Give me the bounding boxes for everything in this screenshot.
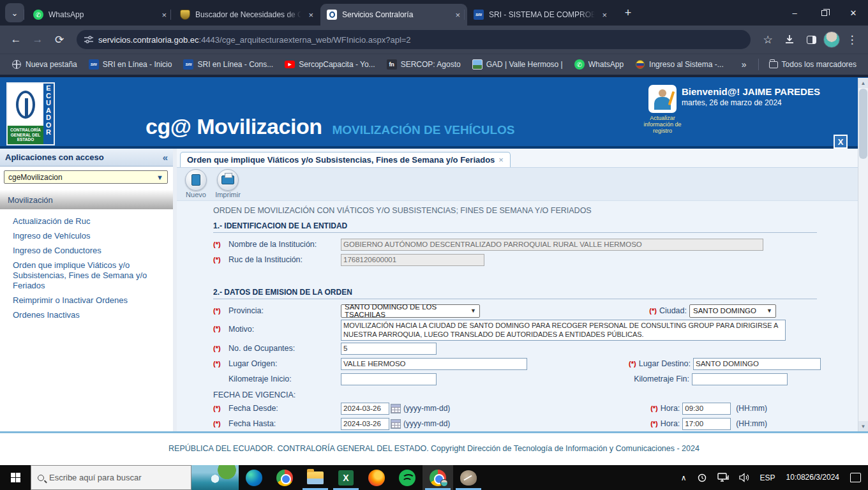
sidebar-group-movilizacion[interactable]: Movilización (0, 190, 173, 209)
tab-close-icon[interactable]: × (600, 10, 609, 20)
tab-whatsapp[interactable]: ✆ WhatsApp × (27, 4, 174, 26)
restore-button[interactable] (809, 0, 839, 26)
browser-menu-button[interactable]: ⋮ (842, 30, 862, 49)
taskbar-spotify[interactable] (392, 465, 423, 490)
file-explorer-icon (307, 471, 324, 484)
bookmark-nueva-pestana[interactable]: Nueva pestaña (6, 57, 82, 72)
page-scrollbar[interactable]: ▲ ▼ (858, 78, 868, 431)
forward-button[interactable]: → (28, 30, 47, 49)
km-fin-input[interactable] (692, 373, 788, 385)
bookmark-whatsapp[interactable]: ✆WhatsApp (569, 57, 629, 72)
hora-desde-input[interactable] (682, 403, 731, 415)
lugar-origen-input[interactable] (341, 358, 527, 370)
taskbar-file-explorer[interactable] (300, 465, 331, 490)
sidebar-item-actualizacion-ruc[interactable]: Actualización de Ruc (13, 214, 167, 229)
scrollbar-thumb[interactable] (859, 89, 867, 159)
edge-icon (246, 470, 262, 486)
document-tab-close-icon[interactable]: × (498, 155, 504, 165)
url-text[interactable]: servicios.contraloria.gob.ec:4443/cge_ar… (98, 35, 411, 45)
bookmark-gad-valle-hermoso[interactable]: GAD | Valle Hermoso | (467, 57, 568, 72)
sidebar-item-ingreso-conductores[interactable]: Ingreso de Conductores (13, 244, 167, 258)
app-close-button[interactable]: X (834, 135, 848, 149)
lugar-destino-input[interactable] (693, 358, 821, 370)
bookmark-sri-consultas[interactable]: SRISRI en Línea - Cons... (178, 57, 278, 72)
nuevo-button[interactable]: Nuevo (182, 169, 210, 198)
bookmark-ingreso-sistema[interactable]: Ingreso al Sistema -... (630, 57, 729, 72)
scroll-up-arrow[interactable]: ▲ (858, 78, 868, 88)
profile-avatar[interactable] (823, 31, 840, 48)
taskbar-gimp[interactable] (453, 465, 484, 490)
sidebar-item-ingreso-vehiculos[interactable]: Ingreso de Vehículos (13, 229, 167, 244)
hora-format-hint: (HH:mm) (736, 419, 767, 428)
tray-expand-button[interactable]: ∧ (678, 465, 690, 490)
calendar-icon[interactable] (391, 419, 401, 429)
fecha-hasta-input[interactable] (341, 418, 389, 430)
tray-clock-app[interactable] (694, 465, 710, 490)
update-registry-widget[interactable]: Actualizar información de registro (643, 85, 682, 134)
globe-icon (12, 60, 21, 69)
application-select[interactable]: cgeMovilizacion ▼ (4, 170, 168, 184)
taskbar-chrome-profile-active[interactable] (423, 465, 453, 490)
taskbar-chrome[interactable] (269, 465, 300, 490)
url-bar[interactable]: servicios.contraloria.gob.ec:4443/cge_ar… (77, 30, 751, 49)
action-center-button[interactable] (847, 465, 864, 490)
provincia-select[interactable]: SANTO DOMINGO DE LOS TSACHILAS ▼ (341, 304, 480, 318)
tab-sri[interactable]: SRI SRI - SISTEMA DE COMPROBAN × (467, 4, 614, 26)
tray-network[interactable] (714, 465, 732, 490)
required-mark: (*) (650, 420, 658, 427)
sidebar-item-orden-viaticos[interactable]: Orden que implique Viáticos y/o Subsiste… (13, 258, 167, 293)
minimize-button[interactable]: – (780, 0, 809, 26)
search-icon (38, 475, 44, 481)
sidebar-item-reimprimir-inactivar[interactable]: Reimprimir o Inactivar Ordenes (13, 293, 167, 308)
motivo-textarea[interactable]: MOVILIZACIÓN HACIA LA CIUDAD DE SANTO DO… (341, 320, 786, 341)
scroll-down-arrow[interactable]: ▼ (858, 421, 868, 431)
bookmark-star-button[interactable]: ☆ (758, 30, 777, 49)
required-mark: (*) (213, 307, 228, 315)
ciudad-select[interactable]: SANTO DOMINGO ▼ (689, 304, 776, 318)
taskbar-edge[interactable] (239, 465, 269, 490)
bookmark-sri-inicio[interactable]: SRISRI en Línea - Inicio (84, 57, 177, 72)
sidebar-collapse-button[interactable]: « (163, 152, 168, 163)
side-panel-button[interactable] (802, 30, 821, 49)
calendar-icon[interactable] (391, 404, 401, 413)
update-registry-link[interactable]: Actualizar información de registro (643, 115, 682, 134)
tab-servicios-contraloria[interactable]: Servicios Contraloría × (320, 4, 467, 26)
hora-hasta-input[interactable] (682, 418, 731, 430)
ruc-institucion-input (341, 254, 484, 266)
km-inicio-input[interactable] (341, 373, 437, 385)
ocupantes-input[interactable] (341, 343, 437, 355)
news-widget-thumbnail[interactable] (191, 465, 239, 490)
tab-buscador[interactable]: Buscador de Necesidades de Co × (174, 4, 320, 26)
tab-close-icon[interactable]: × (160, 10, 168, 20)
tab-close-icon[interactable]: × (306, 10, 315, 20)
document-tab[interactable]: Orden que implique Viáticos y/o Subsiste… (180, 152, 511, 167)
folder-icon (769, 61, 778, 68)
bookmark-sercop-agosto[interactable]: fnSERCOP: Agosto (382, 57, 466, 72)
imprimir-button[interactable]: Imprimir (214, 169, 242, 198)
taskbar-excel[interactable]: X (331, 465, 361, 490)
bookmark-sercopcapacita[interactable]: ▶SercopCapacita - Yo... (280, 57, 380, 72)
sri-icon: SRI (183, 59, 193, 70)
taskbar-firefox[interactable] (361, 465, 392, 490)
tray-volume[interactable] (736, 465, 753, 490)
site-settings-icon[interactable] (84, 36, 93, 43)
tray-language[interactable]: ESP (757, 465, 779, 490)
tab-search-button[interactable]: ⌄ (5, 3, 24, 22)
tray-clock[interactable]: 10:08 26/3/2024 (782, 465, 843, 490)
bookmarks-overflow-button[interactable]: » (735, 59, 753, 70)
back-button[interactable]: ← (6, 30, 26, 49)
downloads-button[interactable] (780, 30, 799, 49)
all-bookmarks-button[interactable]: Todos los marcadores (764, 57, 862, 71)
close-window-button[interactable]: ✕ (839, 0, 868, 26)
required-mark: (*) (629, 360, 636, 368)
section1-heading: 1.- IDENTIFICACION DE LA ENTIDAD (213, 221, 817, 233)
new-tab-button[interactable]: + (619, 4, 637, 22)
reload-button[interactable]: ⟳ (50, 30, 69, 49)
fecha-desde-input[interactable] (341, 403, 389, 415)
tab-close-icon[interactable]: × (453, 10, 462, 20)
windows-logo-icon (11, 473, 20, 482)
sidebar-item-ordenes-inactivas[interactable]: Ordenes Inactivas (13, 308, 167, 323)
taskbar-search[interactable]: Escribe aquí para buscar (31, 465, 191, 490)
start-button[interactable] (0, 465, 31, 490)
app-subtitle: MOVILIZACIÓN DE VEHÍCULOS (332, 123, 514, 137)
